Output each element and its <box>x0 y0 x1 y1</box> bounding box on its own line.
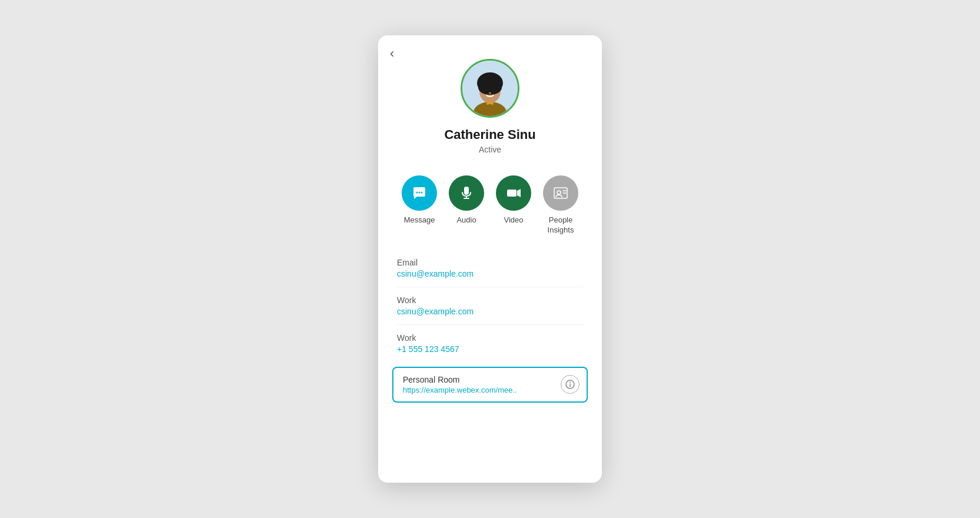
svg-rect-17 <box>507 190 517 197</box>
svg-point-20 <box>557 191 561 194</box>
personal-room-label: Personal Room <box>403 375 556 384</box>
people-insights-icon <box>552 185 569 201</box>
message-circle <box>402 175 437 211</box>
video-label: Video <box>504 215 523 225</box>
svg-point-9 <box>488 100 492 104</box>
svg-point-14 <box>421 192 423 194</box>
svg-point-10 <box>486 102 489 105</box>
personal-room-info-button[interactable] <box>561 375 580 394</box>
svg-point-25 <box>570 382 571 383</box>
work-phone-value[interactable]: +1 555 123 4567 <box>397 344 583 354</box>
svg-point-8 <box>489 92 491 94</box>
message-button[interactable]: Message <box>402 175 437 235</box>
avatar <box>461 59 519 118</box>
profile-section: Catherine Sinu Active <box>378 35 602 164</box>
action-buttons-row: Message Audio Video <box>378 164 602 250</box>
info-icon <box>565 380 575 389</box>
personal-room-url[interactable]: https://example.webex.com/mee.. <box>403 386 556 394</box>
message-icon <box>411 185 428 201</box>
svg-point-7 <box>492 89 495 91</box>
email-value[interactable]: csinu@example.com <box>397 269 583 278</box>
svg-point-12 <box>416 192 418 194</box>
email-label: Email <box>397 258 583 267</box>
work-phone-label: Work <box>397 333 583 343</box>
video-circle <box>496 175 531 211</box>
people-insights-button[interactable]: PeopleInsights <box>543 175 578 235</box>
video-icon <box>505 185 522 201</box>
back-button[interactable]: ‹ <box>390 47 394 60</box>
svg-point-11 <box>491 102 494 105</box>
insights-label: PeopleInsights <box>548 215 574 235</box>
contact-card: ‹ <box>378 35 602 483</box>
audio-icon <box>458 185 475 201</box>
personal-room-content: Personal Room https://example.webex.com/… <box>403 375 556 394</box>
work-email-value[interactable]: csinu@example.com <box>397 307 583 316</box>
svg-point-13 <box>419 192 421 194</box>
contact-name: Catherine Sinu <box>444 127 535 142</box>
svg-marker-18 <box>517 189 521 197</box>
personal-room-box[interactable]: Personal Room https://example.webex.com/… <box>392 367 588 403</box>
svg-point-6 <box>485 89 488 91</box>
video-button[interactable]: Video <box>496 175 531 235</box>
audio-circle <box>449 175 484 211</box>
contact-info-section: Email csinu@example.com Work csinu@examp… <box>378 250 602 362</box>
work-phone-row: Work +1 555 123 4567 <box>397 325 583 362</box>
audio-label: Audio <box>456 215 476 225</box>
contact-status: Active <box>479 145 501 154</box>
insights-circle <box>543 175 578 211</box>
work-email-row: Work csinu@example.com <box>397 287 583 325</box>
message-label: Message <box>404 215 435 225</box>
avatar-image <box>462 61 518 116</box>
audio-button[interactable]: Audio <box>449 175 484 235</box>
email-row: Email csinu@example.com <box>397 250 583 287</box>
work-email-label: Work <box>397 295 583 305</box>
